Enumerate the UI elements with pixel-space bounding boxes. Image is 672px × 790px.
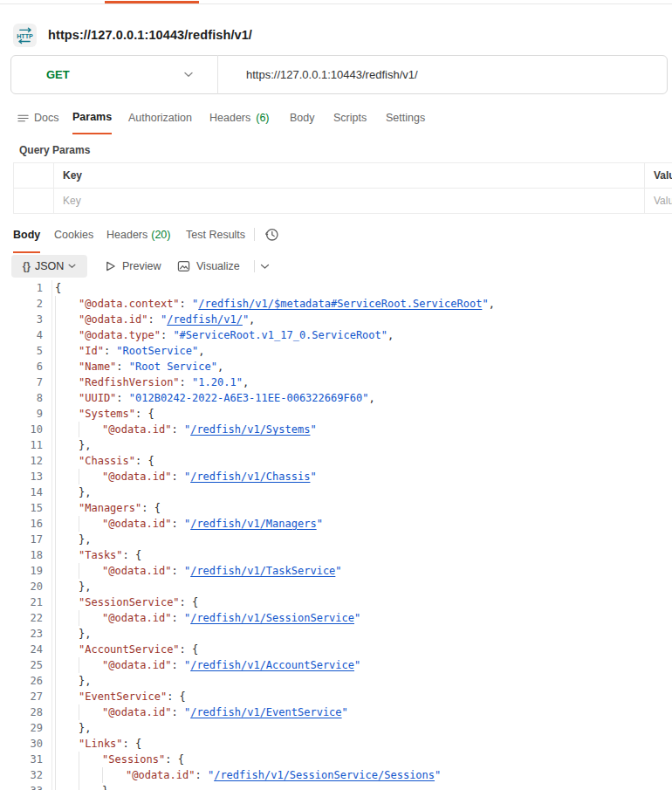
indent-guide (55, 767, 79, 783)
indent-guide (55, 484, 79, 500)
tab-headers[interactable]: Headers (6) (209, 106, 270, 129)
indent-guide (102, 767, 126, 783)
tab-scripts[interactable]: Scripts (333, 106, 367, 129)
json-link-value[interactable]: /redfish/v1/SessionService (190, 612, 354, 624)
code-line-content: "@odata.id": "/redfish/v1/Systems" (52, 422, 317, 437)
history-button[interactable] (263, 225, 280, 243)
code-line: 1{ (0, 280, 672, 296)
tab-authorization[interactable]: Authorization (128, 106, 192, 129)
code-line: 25"@odata.id": "/redfish/v1/AccountServi… (0, 657, 672, 673)
indent-guide (55, 783, 79, 790)
code-line-content: "EventService": { (52, 689, 186, 704)
value-input[interactable]: Value (644, 189, 672, 214)
code-line: 5"Id": "RootService", (0, 343, 672, 359)
code-line: 10"@odata.id": "/redfish/v1/Systems" (0, 422, 672, 437)
tab-label: Test Results (186, 229, 245, 241)
code-line: 3"@odata.id": "/redfish/v1/", (0, 312, 672, 327)
table-row: Key Value (14, 189, 672, 214)
code-line-content: "SessionService": { (52, 594, 198, 610)
json-link-value[interactable]: /redfish/v1/EventService (190, 706, 341, 718)
line-number: 16 (0, 516, 52, 532)
format-dropdown[interactable]: {} JSON (11, 255, 87, 278)
chevron-down-icon (184, 72, 193, 78)
tab-docs[interactable]: Docs (17, 106, 58, 129)
tab-label: Settings (386, 112, 425, 124)
json-link-value[interactable]: /redfish/v1/$metadata#ServiceRoot.Servic… (198, 298, 482, 310)
json-string-value: Root Service (135, 361, 211, 373)
code-line-content: } (52, 783, 108, 790)
json-link-value[interactable]: /redfish/v1/Managers (190, 518, 317, 530)
code-line: 4"@odata.type": "#ServiceRoot.v1_17_0.Se… (0, 327, 672, 343)
line-number: 5 (0, 343, 52, 359)
response-view-controls: {} JSON Preview Visualize (0, 255, 672, 278)
tab-label: Headers (209, 112, 250, 124)
url-input[interactable]: https://127.0.0.1:10443/redfish/v1/ (246, 68, 418, 81)
code-line: 24"AccountService": { (0, 642, 672, 657)
code-line-content: "@odata.id": "/redfish/v1/Chassis" (52, 469, 317, 484)
method-selector[interactable]: GET (11, 68, 217, 81)
key-input[interactable]: Key (53, 189, 644, 214)
view-options-chevron[interactable] (260, 255, 270, 278)
code-line-content: }, (52, 532, 91, 547)
code-line: 30"Links": { (0, 736, 672, 752)
response-tab-headers[interactable]: Headers (20) (106, 226, 170, 244)
code-line: 31"Sessions": { (0, 752, 672, 767)
http-request-icon: HTTP (13, 24, 37, 47)
visualize-button[interactable]: Visualize (177, 255, 240, 278)
code-line: 13"@odata.id": "/redfish/v1/Chassis" (0, 469, 672, 484)
response-tab-cookies[interactable]: Cookies (54, 226, 93, 244)
json-link-value[interactable]: /redfish/v1/Systems (190, 423, 310, 436)
line-number: 29 (0, 720, 52, 736)
code-line: 33} (0, 783, 672, 790)
json-link-value[interactable]: /redfish/v1/TaskService (190, 565, 335, 577)
tab-settings[interactable]: Settings (386, 106, 425, 129)
code-line-content: "Sessions": { (52, 752, 184, 767)
tab-body[interactable]: Body (290, 106, 315, 129)
json-link-value[interactable]: /redfish/v1/ (167, 313, 243, 326)
code-line: 21"SessionService": { (0, 594, 672, 610)
preview-label: Preview (122, 260, 161, 272)
code-line: 8"UUID": "012B0242-2022-A6E3-11EE-006322… (0, 390, 672, 406)
indent-guide (79, 563, 102, 579)
code-line: 15"Managers": { (0, 500, 672, 516)
indent-guide (55, 374, 79, 390)
row-handle-cell (14, 163, 53, 189)
line-number: 19 (0, 563, 52, 579)
code-line-content: "Links": { (52, 736, 141, 752)
code-line: 9"Systems": { (0, 406, 672, 422)
code-line: 11}, (0, 437, 672, 453)
tab-label: Params (72, 111, 112, 123)
preview-button[interactable]: Preview (105, 255, 161, 278)
indent-guide (55, 390, 79, 406)
line-number: 12 (0, 453, 52, 469)
line-number: 6 (0, 359, 52, 374)
code-line-content: "@odata.type": "#ServiceRoot.v1_17_0.Ser… (52, 327, 394, 343)
line-number: 32 (0, 767, 52, 783)
indent-guide (55, 359, 79, 374)
indent-guide (55, 500, 79, 516)
chevron-down-icon (260, 264, 270, 270)
code-line-content: "@odata.id": "/redfish/v1/SessionService… (52, 767, 441, 783)
tab-params[interactable]: Params (72, 108, 112, 134)
json-link-value[interactable]: /redfish/v1/AccountService (190, 659, 354, 671)
url-bar: GET https://127.0.0.1:10443/redfish/v1/ (10, 55, 668, 94)
indent-guide (55, 673, 79, 689)
json-link-value[interactable]: /redfish/v1/Chassis (190, 471, 310, 483)
line-number: 25 (0, 657, 52, 673)
line-number: 15 (0, 500, 52, 516)
indent-guide (55, 547, 79, 563)
indent-guide (55, 579, 79, 594)
response-body-code[interactable]: 1{2"@odata.context": "/redfish/v1/$metad… (0, 280, 672, 790)
indent-guide (55, 406, 79, 422)
indent-guide (55, 736, 79, 752)
indent-guide (55, 343, 79, 359)
response-tab-test-results[interactable]: Test Results (186, 226, 245, 244)
json-string-value: #ServiceRoot.v1_17_0.ServiceRoot (180, 329, 381, 341)
line-number: 20 (0, 579, 52, 594)
code-line-content: "@odata.id": "/redfish/v1/SessionService… (52, 610, 360, 626)
json-link-value[interactable]: /redfish/v1/SessionService/Sessions (214, 769, 435, 781)
response-tab-body[interactable]: Body (13, 226, 40, 253)
column-header-value: Value (644, 163, 672, 189)
table-header-row: Key Value (14, 163, 672, 189)
code-line-content: "UUID": "012B0242-2022-A6E3-11EE-0063226… (52, 390, 375, 406)
